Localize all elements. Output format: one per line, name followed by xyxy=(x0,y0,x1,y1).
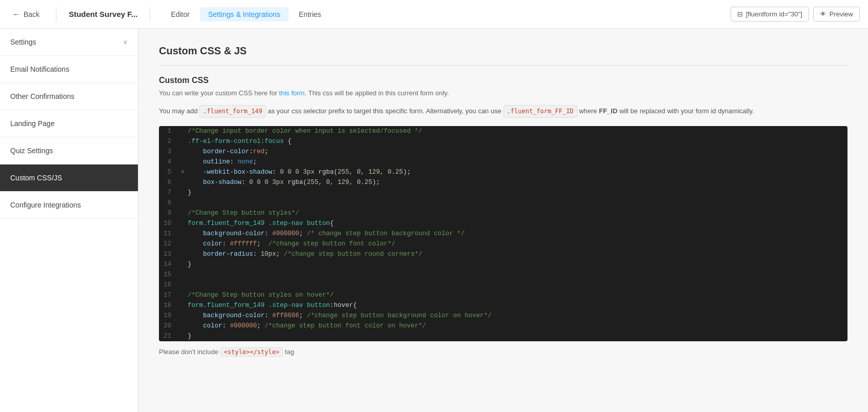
line-content xyxy=(188,198,847,208)
sidebar-label-landing: Landing Page xyxy=(10,119,54,128)
code-line: 6 box-shadow: 0 0 0 3px rgba(255, 0, 129… xyxy=(159,177,847,188)
line-content: -webkit-box-shadow: 0 0 0 3px rgba(255, … xyxy=(188,167,847,177)
desc1-link: this form xyxy=(279,89,305,97)
warning-icon xyxy=(177,229,188,239)
warning-icon xyxy=(177,311,188,321)
code-line: 16 xyxy=(159,280,847,290)
divider xyxy=(56,7,56,22)
sidebar-label-custom-css: Custom CSS/JS xyxy=(10,174,62,182)
sidebar-item-custom-css-js[interactable]: Custom CSS/JS xyxy=(0,164,138,192)
shortcode-label: [fluentform id="30"] xyxy=(746,10,802,18)
line-content: } xyxy=(188,188,847,198)
line-number: 14 xyxy=(159,259,177,270)
code-editor[interactable]: 1/*Change input border color when input … xyxy=(159,126,847,341)
ff-id-bold: FF_ID xyxy=(599,107,617,115)
warning-icon xyxy=(177,208,188,218)
warning-icon xyxy=(177,188,188,198)
line-number: 13 xyxy=(159,249,177,259)
line-number: 7 xyxy=(159,188,177,198)
warning-icon xyxy=(177,157,188,167)
topbar-right: ⊟ [fluentform id="30"] 👁 Preview xyxy=(731,7,860,22)
topbar: ← Back Student Survey F... Editor Settin… xyxy=(0,0,868,29)
warning-icon xyxy=(177,270,188,280)
line-content: /*Change input border color when input i… xyxy=(188,126,847,136)
form-title: Student Survey F... xyxy=(69,10,137,18)
line-number: 4 xyxy=(159,157,177,167)
warning-icon xyxy=(177,136,188,147)
tab-settings[interactable]: Settings & Integrations xyxy=(200,7,289,22)
line-number: 19 xyxy=(159,311,177,321)
line-number: 20 xyxy=(159,321,177,331)
desc1-prefix: You can write your custom CSS here for xyxy=(159,89,279,97)
selector1-badge: .fluent_form_149 xyxy=(199,105,266,118)
warning-icon xyxy=(177,147,188,157)
sidebar-item-configure-integrations[interactable]: Configure Integrations xyxy=(0,192,138,219)
line-content: outline: none; xyxy=(188,157,847,167)
code-line: 18form.fluent_form_149 .step-nav button:… xyxy=(159,300,847,311)
line-content: } xyxy=(188,259,847,270)
main-layout: Settings ∨ Email Notifications Other Con… xyxy=(0,29,868,412)
warning-icon xyxy=(177,300,188,311)
sidebar-label-other: Other Confirmations xyxy=(10,92,74,100)
sidebar-label-integrations: Configure Integrations xyxy=(10,201,81,209)
custom-css-desc1: You can write your custom CSS here for t… xyxy=(159,88,847,99)
code-line: 12 color: #ffffff; /*change step button … xyxy=(159,239,847,249)
line-number: 6 xyxy=(159,177,177,188)
line-number: 2 xyxy=(159,136,177,147)
line-content xyxy=(188,280,847,290)
tab-editor[interactable]: Editor xyxy=(163,7,198,22)
desc2-mid: as your css selector prefix to target th… xyxy=(266,107,503,115)
shortcode-button[interactable]: ⊟ [fluentform id="30"] xyxy=(731,7,809,22)
sidebar-label-email: Email Notifications xyxy=(10,65,69,73)
warning-icon xyxy=(177,239,188,249)
tab-entries[interactable]: Entries xyxy=(291,7,330,22)
code-line: 2.ff-el-form-control:focus { xyxy=(159,136,847,147)
warning-icon xyxy=(177,290,188,300)
sidebar-item-settings[interactable]: Settings ∨ xyxy=(0,29,138,56)
code-line: 17/*Change Step button styles on hover*/ xyxy=(159,290,847,300)
back-arrow-icon: ← xyxy=(12,10,21,19)
desc2-suffix: will be replaced with your form id dynam… xyxy=(617,107,754,115)
selector-note: You may add .fluent_form_149 as your css… xyxy=(159,105,847,118)
selector2-badge: .fluent_form_FF_ID xyxy=(503,105,577,118)
code-line: 20 color: #000000; /*change step button … xyxy=(159,321,847,331)
line-content: /*Change Step button styles on hover*/ xyxy=(188,290,847,300)
line-content: border-radius: 10px; /*change step butto… xyxy=(188,249,847,259)
code-line: 9/*Change Step button styles*/ xyxy=(159,208,847,218)
desc2-prefix: You may add xyxy=(159,107,199,115)
line-number: 9 xyxy=(159,208,177,218)
line-content: border-color:red; xyxy=(188,147,847,157)
section-divider xyxy=(159,65,847,66)
code-line: 10form.fluent_form_149 .step-nav button{ xyxy=(159,218,847,229)
code-line: 7} xyxy=(159,188,847,198)
line-content xyxy=(188,270,847,280)
line-number: 18 xyxy=(159,300,177,311)
line-number: 21 xyxy=(159,331,177,341)
divider2 xyxy=(150,7,150,22)
code-line: 3 border-color:red; xyxy=(159,147,847,157)
line-content: background-color: #ff0606; /*change step… xyxy=(188,311,847,321)
sidebar-item-other-confirmations[interactable]: Other Confirmations xyxy=(0,83,138,110)
sidebar-item-quiz-settings[interactable]: Quiz Settings xyxy=(0,137,138,164)
line-content: color: #000000; /*change step button fon… xyxy=(188,321,847,331)
line-content: box-shadow: 0 0 0 3px rgba(255, 0, 129, … xyxy=(188,177,847,188)
back-label: Back xyxy=(24,10,39,18)
sidebar-item-email-notifications[interactable]: Email Notifications xyxy=(0,56,138,83)
shortcode-icon: ⊟ xyxy=(737,10,743,18)
nav-tabs: Editor Settings & Integrations Entries xyxy=(163,7,722,22)
line-number: 15 xyxy=(159,270,177,280)
custom-css-subtitle: Custom CSS xyxy=(159,76,847,85)
sidebar-item-landing-page[interactable]: Landing Page xyxy=(0,110,138,137)
line-number: 17 xyxy=(159,290,177,300)
back-button[interactable]: ← Back xyxy=(8,8,44,21)
line-content: form.fluent_form_149 .step-nav button{ xyxy=(188,218,847,229)
content-area: Custom CSS & JS Custom CSS You can write… xyxy=(138,29,868,412)
line-number: 8 xyxy=(159,198,177,208)
preview-label: Preview xyxy=(830,10,853,18)
page-title: Custom CSS & JS xyxy=(159,45,847,57)
warning-icon: ⚠ xyxy=(177,167,188,177)
warning-icon xyxy=(177,177,188,188)
line-number: 10 xyxy=(159,218,177,229)
code-line: 15 xyxy=(159,270,847,280)
preview-button[interactable]: 👁 Preview xyxy=(813,7,860,22)
